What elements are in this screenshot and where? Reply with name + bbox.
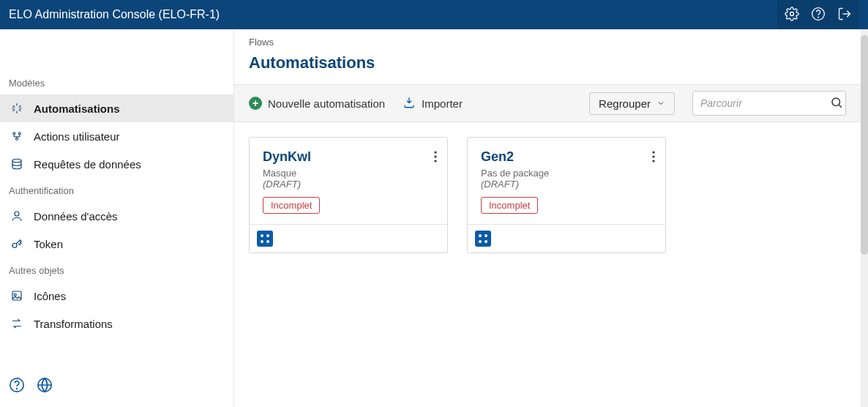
new-automation-label: Nouvelle automatisation bbox=[268, 97, 385, 110]
icons-icon bbox=[10, 289, 23, 302]
card-title: DynKwl bbox=[263, 149, 434, 165]
sidebar-item-icones[interactable]: Icônes bbox=[0, 282, 233, 310]
more-vertical-icon bbox=[652, 153, 655, 165]
svg-point-22 bbox=[652, 151, 654, 153]
sidebar-item-donnees-acces[interactable]: Données d'accès bbox=[0, 202, 233, 230]
svg-point-14 bbox=[832, 98, 840, 106]
data-queries-icon bbox=[10, 157, 23, 171]
search-input[interactable] bbox=[700, 97, 830, 109]
sidebar-item-actions-utilisateur[interactable]: Actions utilisateur bbox=[0, 122, 233, 150]
sidebar-item-label: Transformations bbox=[34, 318, 113, 330]
svg-point-2 bbox=[818, 17, 819, 18]
status-badge: Incomplet bbox=[481, 197, 538, 214]
sidebar-item-label: Requêtes de données bbox=[34, 158, 141, 171]
sidebar-item-transformations[interactable]: Transformations bbox=[0, 310, 233, 337]
workflow-icon bbox=[475, 231, 491, 247]
svg-point-10 bbox=[14, 294, 16, 296]
card-menu-button[interactable] bbox=[431, 148, 440, 168]
automation-icon bbox=[10, 102, 23, 115]
svg-point-5 bbox=[16, 138, 18, 140]
sidebar-item-requetes-donnees[interactable]: Requêtes de données bbox=[0, 150, 233, 178]
search-icon bbox=[830, 96, 843, 111]
import-button[interactable]: Importer bbox=[403, 96, 463, 111]
sidebar-item-label: Icônes bbox=[34, 290, 66, 302]
sidebar-item-label: Token bbox=[34, 238, 63, 250]
main-area: Flows Automatisations + Nouvelle automat… bbox=[234, 29, 868, 407]
svg-point-20 bbox=[261, 240, 263, 243]
sidebar-item-token[interactable]: Token bbox=[0, 230, 233, 258]
svg-point-21 bbox=[266, 240, 269, 243]
scrollbar-thumb[interactable] bbox=[861, 35, 868, 255]
more-vertical-icon bbox=[434, 153, 437, 165]
cards-container: DynKwl Masque (DRAFT) Incomplet bbox=[234, 122, 861, 268]
sidebar-help-button[interactable] bbox=[9, 377, 25, 395]
vertical-scrollbar[interactable] bbox=[861, 29, 868, 407]
settings-button[interactable] bbox=[780, 3, 804, 26]
svg-point-7 bbox=[15, 212, 19, 216]
card-subtitle: Pas de package bbox=[481, 168, 652, 179]
svg-point-27 bbox=[479, 240, 482, 243]
svg-point-26 bbox=[484, 234, 487, 237]
svg-point-3 bbox=[13, 132, 15, 135]
globe-icon bbox=[37, 384, 53, 395]
automation-card[interactable]: DynKwl Masque (DRAFT) Incomplet bbox=[249, 137, 448, 253]
top-header-actions bbox=[777, 0, 859, 29]
sidebar-section-auth: Authentification bbox=[0, 178, 233, 202]
sidebar-item-label: Actions utilisateur bbox=[34, 130, 120, 143]
card-title: Gen2 bbox=[481, 149, 652, 165]
breadcrumb: Flows bbox=[234, 37, 861, 53]
sidebar-section-modeles: Modèles bbox=[0, 70, 233, 94]
svg-point-28 bbox=[484, 240, 487, 243]
sidebar-section-autres: Autres objets bbox=[0, 258, 233, 282]
group-by-label: Regrouper bbox=[599, 97, 651, 110]
svg-point-17 bbox=[434, 160, 436, 162]
token-icon bbox=[10, 237, 23, 250]
add-circle-icon: + bbox=[249, 97, 262, 110]
group-by-button[interactable]: Regrouper bbox=[589, 92, 675, 115]
app-title: ELO Administration Console (ELO-FR-1) bbox=[9, 8, 777, 21]
page-title: Automatisations bbox=[234, 53, 861, 84]
chevron-down-icon bbox=[656, 97, 665, 110]
import-icon bbox=[403, 96, 416, 111]
toolbar: + Nouvelle automatisation Importer Regro… bbox=[234, 84, 861, 122]
search-box[interactable] bbox=[692, 91, 846, 116]
card-status: (DRAFT) bbox=[481, 179, 652, 190]
svg-point-8 bbox=[12, 243, 17, 247]
import-label: Importer bbox=[422, 97, 463, 110]
svg-point-25 bbox=[479, 234, 482, 237]
help-button[interactable] bbox=[807, 3, 830, 26]
sidebar-item-label: Données d'accès bbox=[34, 210, 118, 223]
sidebar-item-label: Automatisations bbox=[34, 102, 120, 115]
transformations-icon bbox=[10, 317, 23, 330]
svg-point-6 bbox=[12, 159, 21, 163]
svg-point-0 bbox=[790, 12, 794, 15]
svg-point-18 bbox=[261, 234, 263, 237]
card-status: (DRAFT) bbox=[263, 179, 434, 190]
sidebar-item-automatisations[interactable]: Automatisations bbox=[0, 94, 233, 122]
sidebar-footer bbox=[0, 368, 233, 407]
card-subtitle: Masque bbox=[263, 168, 434, 179]
user-actions-icon bbox=[10, 130, 23, 143]
automation-card[interactable]: Gen2 Pas de package (DRAFT) Incomplet bbox=[467, 137, 666, 253]
logout-icon bbox=[837, 7, 852, 23]
workflow-icon bbox=[257, 231, 273, 247]
new-automation-button[interactable]: + Nouvelle automatisation bbox=[249, 97, 385, 110]
svg-point-16 bbox=[434, 155, 436, 157]
status-badge: Incomplet bbox=[263, 197, 320, 214]
top-header: ELO Administration Console (ELO-FR-1) bbox=[0, 0, 868, 29]
credentials-icon bbox=[10, 209, 23, 223]
svg-point-24 bbox=[652, 160, 654, 162]
sidebar-globe-button[interactable] bbox=[37, 377, 53, 395]
svg-point-1 bbox=[812, 7, 825, 20]
svg-point-4 bbox=[18, 132, 20, 135]
card-footer bbox=[468, 224, 665, 253]
help-icon bbox=[811, 7, 826, 23]
gear-icon bbox=[785, 7, 799, 23]
logout-button[interactable] bbox=[833, 3, 856, 26]
svg-point-15 bbox=[434, 151, 436, 153]
svg-point-19 bbox=[266, 234, 269, 237]
card-footer bbox=[250, 224, 447, 253]
svg-rect-9 bbox=[12, 291, 21, 300]
card-menu-button[interactable] bbox=[649, 148, 658, 168]
svg-point-12 bbox=[17, 389, 18, 389]
